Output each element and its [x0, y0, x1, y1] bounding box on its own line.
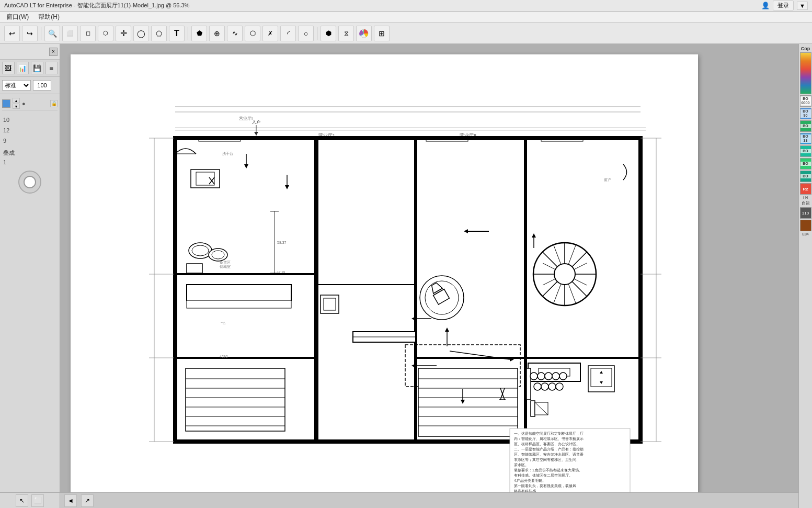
layer-lock-1[interactable]: 🔒 — [50, 100, 58, 107]
erase-button[interactable]: ⬟ — [191, 26, 207, 41]
svg-text:窗户: 窗户 — [604, 178, 611, 182]
swatch-6[interactable]: BO — [800, 171, 811, 182]
svg-point-56 — [554, 264, 575, 285]
block-button[interactable]: ⬢ — [321, 26, 336, 41]
brown-button[interactable] — [800, 220, 811, 231]
select2-button[interactable]: ◻ — [80, 26, 96, 41]
red-button[interactable]: R2 — [800, 183, 811, 195]
svg-point-87 — [537, 372, 545, 380]
svg-text:有科技感。体坡区在二层空间展厅。: 有科技感。体坡区在二层空间展厅。 — [514, 473, 573, 477]
panel-image-button[interactable]: 🖼 — [2, 62, 15, 74]
canvas-paper: 营业厅1 营业厅II 入户 洗手台 — [71, 54, 698, 508]
redo-button[interactable]: ↪ — [22, 26, 38, 41]
svg-rect-99 — [531, 401, 535, 416]
circle2-button[interactable]: ○ — [298, 26, 314, 41]
toolbar-separator-1 — [41, 27, 41, 40]
panel-save-button[interactable]: 💾 — [31, 62, 43, 74]
layer-select[interactable]: 标准 — [2, 80, 31, 91]
left-panel-controls: 标准 — [0, 77, 60, 94]
layer-label-1: ● — [22, 100, 26, 107]
left-panel-layers: ▲ ▼ ● 🔒 — [0, 94, 60, 113]
login-button[interactable]: 登录 — [773, 1, 794, 10]
svg-text:备货区: 备货区 — [220, 261, 231, 265]
svg-text:~△: ~△ — [221, 321, 226, 324]
svg-point-94 — [556, 383, 563, 390]
measure-button[interactable]: ⧖ — [338, 26, 354, 41]
arc-button[interactable]: ◜ — [280, 26, 296, 41]
svg-text:入户: 入户 — [252, 120, 260, 125]
svg-text:17.19: 17.19 — [277, 270, 285, 274]
svg-rect-85 — [527, 368, 531, 400]
svg-text:储藏室: 储藏室 — [220, 265, 231, 268]
bottom-toolbar: ◄ ↗ — [60, 492, 798, 508]
layer-color-1[interactable] — [2, 99, 10, 108]
polygon-button[interactable]: ⬠ — [151, 26, 167, 41]
panel-close-button[interactable]: × — [49, 48, 58, 56]
swatch-label-2: BO — [800, 124, 811, 128]
swatch-5[interactable]: BO — [800, 158, 811, 170]
swatch-0[interactable]: BO0000 — [800, 95, 811, 107]
circle-button[interactable]: ◯ — [133, 26, 149, 41]
toolbar-separator-2 — [188, 27, 188, 40]
svg-text:二、一层是智能产品介绍，产品有：指控锁: 二、一层是智能产品介绍，产品有：指控锁 — [514, 447, 584, 451]
app-title: AutoCAD LT for Enterprise - 智能化店面展厅11(1)… — [4, 2, 761, 9]
left-bottom-icon-2[interactable]: ⬜ — [31, 494, 44, 507]
menu-help[interactable]: 帮助(H) — [34, 12, 64, 22]
swatch-label-4: BO — [800, 149, 811, 153]
zoom-button[interactable]: 🔍 — [44, 26, 60, 41]
swatch-3[interactable]: BO33 — [800, 133, 811, 144]
svg-text:一、这是智能空间展厅和定制柜体展厅，厅: 一、这是智能空间展厅和定制柜体展厅，厅 — [514, 432, 584, 436]
cop-label: Cop — [801, 46, 810, 51]
canvas-area[interactable]: 营业厅1 营业厅II 入户 洗手台 — [60, 44, 812, 508]
layer-down-1[interactable]: ▼ — [13, 104, 20, 109]
select-button[interactable]: ⬜ — [62, 26, 78, 41]
hatch-button[interactable]: ⊕ — [209, 26, 225, 41]
svg-rect-35 — [186, 368, 285, 431]
panel-chart-button[interactable]: 📊 — [17, 62, 29, 74]
left-panel-icons: 🖼 📊 💾 ≡ — [0, 60, 60, 77]
undo-button[interactable]: ↩ — [4, 26, 20, 41]
red-label: R2 — [803, 187, 808, 191]
extend-button[interactable]: ✛ — [116, 26, 131, 41]
layers-button[interactable]: ⊞ — [374, 26, 390, 41]
svg-point-31 — [212, 251, 224, 259]
bottom-tool-button[interactable]: ↗ — [81, 494, 94, 507]
swatch-2[interactable]: BO — [800, 120, 811, 132]
svg-text:4.产品分类要明确。: 4.产品分类要明确。 — [514, 479, 546, 482]
menu-window[interactable]: 窗口(W) — [2, 12, 33, 22]
user-dropdown-button[interactable]: ▼ — [797, 2, 808, 10]
swatch-label-1: BO90 — [800, 109, 811, 118]
svg-rect-62 — [324, 298, 336, 310]
color-gradient[interactable] — [800, 52, 811, 94]
user-icon: 👤 — [761, 2, 770, 9]
svg-point-90 — [559, 372, 567, 380]
3dface-button[interactable]: ⬡ — [245, 26, 260, 41]
swatch-1[interactable]: BO90 — [800, 108, 811, 119]
svg-point-29 — [192, 245, 209, 256]
toolbar: ↩ ↪ 🔍 ⬜ ◻ ⬡ ✛ ◯ ⬠ T ⬟ ⊕ ∿ ⬡ ✗ ◜ ○ ⬢ ⧖ ⊞ — [0, 23, 812, 44]
panel-menu-button[interactable]: ≡ — [45, 62, 58, 74]
swatch-4[interactable]: BO — [800, 145, 811, 157]
layer-section-2: 1 — [0, 158, 60, 166]
trim-button[interactable]: ⬡ — [98, 26, 113, 41]
layer-number-10: 10 — [3, 115, 56, 126]
color-button[interactable] — [356, 26, 372, 41]
layer-up-1[interactable]: ▲ — [13, 98, 20, 103]
toolbar-separator-3 — [317, 27, 317, 40]
layer-numbers: 10 12 9 — [0, 113, 60, 148]
layer-value-input[interactable] — [33, 80, 51, 91]
bottom-arrow-button[interactable]: ◄ — [64, 494, 77, 507]
user-area: 👤 登录 ▼ — [761, 1, 808, 10]
menu-bar: 窗口(W) 帮助(H) — [0, 12, 812, 23]
text-button[interactable]: T — [169, 26, 185, 41]
left-bottom-icon-1[interactable]: ↖ — [16, 494, 28, 507]
swatch-label-3: BO33 — [800, 134, 811, 143]
circle-indicator — [18, 171, 41, 194]
svg-rect-33 — [187, 285, 291, 300]
spline-button[interactable]: ∿ — [227, 26, 243, 41]
svg-point-89 — [552, 372, 559, 380]
break-button[interactable]: ✗ — [262, 26, 278, 41]
number-button[interactable]: 110 — [800, 207, 811, 219]
svg-text:4292: 4292 — [220, 355, 228, 358]
swatch-label-0: BO0000 — [800, 97, 811, 106]
